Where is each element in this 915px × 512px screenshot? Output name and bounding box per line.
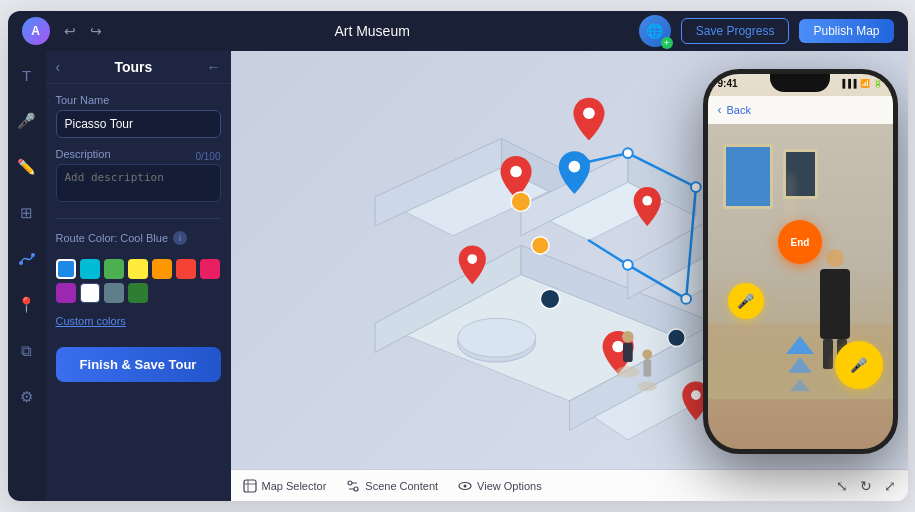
custom-colors-link[interactable]: Custom colors — [56, 315, 221, 327]
refresh-button[interactable]: ↻ — [860, 478, 872, 494]
sidebar-icon-voice[interactable]: 🎤 — [13, 107, 41, 135]
settings-icon: ⚙ — [20, 388, 33, 406]
color-swatch-red[interactable] — [176, 259, 196, 279]
map-area: Map Selector Scene Content View Opt — [231, 51, 908, 501]
svg-point-50 — [354, 487, 358, 491]
left-sidebar: T 🎤 ✏️ ⊞ 📍 ⧉ — [8, 51, 46, 501]
grid-icon: ⊞ — [20, 204, 33, 222]
ar-navigation-arrows — [786, 336, 814, 394]
svg-point-21 — [691, 182, 701, 192]
panel-back-button[interactable]: ‹ — [56, 59, 61, 75]
svg-rect-48 — [244, 480, 256, 492]
sidebar-icon-copy[interactable]: ⧉ — [13, 337, 41, 365]
divider — [56, 218, 221, 219]
panel-title: Tours — [114, 59, 152, 75]
svg-point-37 — [540, 289, 559, 308]
svg-point-40 — [616, 366, 639, 378]
phone-screen: 9:41 ▐▐▐ 📶 🔋 ‹ Back — [708, 74, 893, 449]
color-palette — [56, 259, 221, 303]
ar-beacon-left: 🎤 — [728, 283, 764, 319]
svg-point-22 — [681, 294, 691, 304]
beacon-mic-icon-2: 🎤 — [850, 357, 867, 373]
panel-close-button[interactable]: ← — [207, 59, 221, 75]
svg-point-42 — [621, 331, 633, 343]
tour-name-field: Tour Name — [56, 94, 221, 138]
redo-button[interactable]: ↪ — [86, 21, 106, 41]
undo-button[interactable]: ↩ — [60, 21, 80, 41]
color-swatch-orange[interactable] — [152, 259, 172, 279]
svg-point-39 — [667, 329, 684, 346]
sidebar-icon-route[interactable] — [13, 245, 41, 273]
svg-point-29 — [467, 254, 477, 264]
publish-button[interactable]: Publish Map — [799, 19, 893, 43]
ar-arrow-3 — [790, 379, 810, 392]
desc-label-row: Description 0/100 — [56, 148, 221, 164]
color-swatch-purple[interactable] — [56, 283, 76, 303]
sidebar-icon-text[interactable]: T — [13, 61, 41, 89]
pencil-icon: ✏️ — [17, 158, 36, 176]
color-swatch-cyan[interactable] — [80, 259, 100, 279]
svg-point-33 — [511, 192, 530, 211]
save-button[interactable]: Save Progress — [681, 18, 790, 44]
toolbar-right: ⤡ ↻ ⤢ — [836, 478, 896, 494]
color-swatch-pink[interactable] — [200, 259, 220, 279]
map-selector-button[interactable]: Map Selector — [243, 479, 327, 493]
color-swatch-dark-green[interactable] — [128, 283, 148, 303]
battery-icon: 🔋 — [873, 79, 883, 88]
sidebar-icon-settings[interactable]: ⚙ — [13, 383, 41, 411]
page-title: Art Museum — [334, 23, 409, 39]
location-icon: 📍 — [17, 296, 36, 314]
wifi-icon: 📶 — [860, 79, 870, 88]
phone-time: 9:41 — [718, 78, 738, 89]
info-icon[interactable]: i — [173, 231, 187, 245]
sidebar-icon-edit[interactable]: ✏️ — [13, 153, 41, 181]
svg-rect-44 — [643, 359, 651, 376]
scene-content-label: Scene Content — [365, 480, 438, 492]
voice-icon: 🎤 — [17, 112, 36, 130]
description-label: Description — [56, 148, 111, 160]
beacon-mic-icon: 🎤 — [737, 293, 754, 309]
svg-point-45 — [642, 349, 652, 359]
color-swatch-gray[interactable] — [104, 283, 124, 303]
color-swatch-white[interactable] — [80, 283, 100, 303]
person-body — [820, 269, 850, 339]
tours-panel: ‹ Tours ← Tour Name Description 0/100 — [46, 51, 231, 501]
route-color-label: Route Color: Cool Blue — [56, 232, 169, 244]
sidebar-icon-location[interactable]: 📍 — [13, 291, 41, 319]
scene-content-button[interactable]: Scene Content — [346, 479, 438, 493]
sidebar-icon-grid[interactable]: ⊞ — [13, 199, 41, 227]
move-tool-button[interactable]: ⤡ — [836, 478, 848, 494]
finish-save-button[interactable]: Finish & Save Tour — [56, 347, 221, 382]
globe-icon: 🌐 — [646, 23, 663, 39]
phone-back-label: Back — [727, 104, 751, 116]
person-head — [826, 249, 844, 267]
app-logo: A — [22, 17, 50, 45]
svg-point-31 — [691, 390, 701, 400]
ar-arrow-2 — [788, 357, 812, 372]
top-bar: A ↩ ↪ Art Museum 🌐 + Save Progress Publi… — [8, 11, 908, 51]
svg-point-25 — [510, 166, 522, 178]
svg-point-43 — [637, 382, 656, 392]
tour-name-input[interactable] — [56, 110, 221, 138]
description-field: Description 0/100 — [56, 148, 221, 206]
color-swatch-blue[interactable] — [56, 259, 76, 279]
color-swatch-yellow[interactable] — [128, 259, 148, 279]
svg-point-20 — [622, 148, 632, 158]
description-input[interactable] — [56, 164, 221, 202]
char-count: 0/100 — [195, 151, 220, 162]
top-bar-right: 🌐 + Save Progress Publish Map — [639, 15, 894, 47]
add-badge: + — [661, 37, 673, 49]
text-icon: T — [22, 67, 31, 84]
tour-name-label: Tour Name — [56, 94, 221, 106]
svg-point-30 — [612, 341, 624, 353]
color-swatch-green[interactable] — [104, 259, 124, 279]
ar-arrow-1 — [786, 336, 814, 354]
globe-button[interactable]: 🌐 + — [639, 15, 671, 47]
fullscreen-button[interactable]: ⤢ — [884, 478, 896, 494]
view-options-button[interactable]: View Options — [458, 479, 542, 493]
svg-point-52 — [464, 484, 467, 487]
phone-status-icons: ▐▐▐ 📶 🔋 — [839, 79, 882, 88]
app-container: A ↩ ↪ Art Museum 🌐 + Save Progress Publi… — [8, 11, 908, 501]
view-icon — [458, 479, 472, 493]
svg-point-49 — [348, 481, 352, 485]
